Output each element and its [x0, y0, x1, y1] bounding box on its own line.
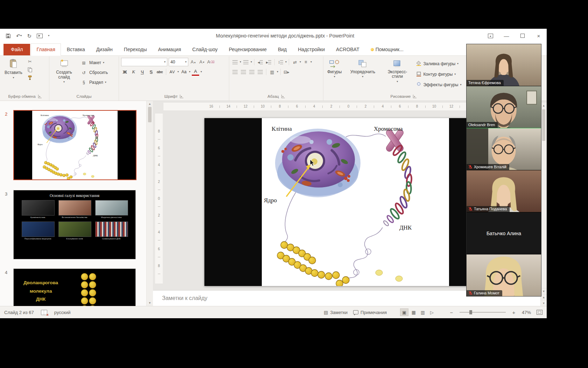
- slideshow-view-button[interactable]: ▷: [428, 309, 436, 316]
- save-icon[interactable]: [6, 33, 11, 39]
- tab-рецензирование[interactable]: Рецензирование: [224, 44, 272, 55]
- zoom-slider-thumb[interactable]: [469, 310, 472, 314]
- language-indicator[interactable]: русский: [54, 310, 71, 315]
- slide-thumbnail-2[interactable]: Клітина Хромосома Ядро ДНК: [13, 110, 136, 180]
- previous-slide-button[interactable]: ▲: [541, 294, 547, 300]
- clear-formatting-button[interactable]: A⌫: [207, 59, 215, 66]
- increase-font-button[interactable]: A▲: [190, 59, 197, 66]
- tab-вид[interactable]: Вид: [273, 44, 292, 55]
- slide-canvas[interactable]: Клітина Хромосома Ядро ДНК: [204, 118, 503, 286]
- font-color-button[interactable]: A: [192, 68, 199, 76]
- slide-sorter-view-button[interactable]: ▦: [410, 309, 418, 316]
- zoom-level[interactable]: 47%: [522, 310, 531, 315]
- font-name-combo[interactable]: ▾: [121, 58, 167, 66]
- participant-tile[interactable]: Oleksandr Bren: [467, 86, 541, 128]
- participant-tile[interactable]: Татьяна Поданева: [467, 170, 541, 212]
- ribbon-display-options-icon[interactable]: ▴: [482, 29, 498, 43]
- shape-outline-button[interactable]: Контур фигуры▾: [415, 69, 463, 79]
- next-slide-button[interactable]: ▼: [541, 300, 547, 306]
- section-button[interactable]: § Раздел▾: [79, 78, 109, 87]
- tab-слайд-шоу[interactable]: Слайд-шоу: [187, 44, 223, 55]
- tab-acrobat[interactable]: ACROBAT: [331, 44, 365, 55]
- arrange-button[interactable]: Упорядочить ▾: [345, 58, 380, 79]
- new-slide-button[interactable]: Создать слайд ▾: [51, 58, 77, 84]
- reading-view-button[interactable]: ▥: [419, 309, 427, 316]
- scroll-down-icon[interactable]: ▼: [147, 300, 153, 306]
- paste-button[interactable]: Вставить ▾: [3, 58, 24, 80]
- tab-дизайн[interactable]: Дизайн: [91, 44, 118, 55]
- tab-помощник-[interactable]: Помощник...: [365, 44, 409, 55]
- tab-файл[interactable]: Файл: [4, 44, 30, 55]
- drawing-dialog-launcher[interactable]: [413, 95, 416, 98]
- redo-icon[interactable]: ↻: [27, 33, 32, 39]
- font-dialog-launcher[interactable]: [180, 95, 183, 98]
- maximize-button[interactable]: [514, 29, 531, 43]
- normal-view-button[interactable]: ▣: [400, 308, 408, 316]
- close-button[interactable]: ×: [531, 29, 547, 43]
- participant-tile[interactable]: Батычко Алина: [467, 212, 541, 254]
- tab-анимация[interactable]: Анимация: [153, 44, 187, 55]
- tab-главная[interactable]: Главная: [31, 43, 61, 56]
- zoom-slider[interactable]: [460, 312, 506, 313]
- participant-tile[interactable]: Галина Момот: [467, 254, 541, 296]
- bold-button[interactable]: Ж: [121, 68, 128, 76]
- strikethrough-button[interactable]: abc: [156, 68, 163, 76]
- italic-button[interactable]: К: [130, 68, 137, 76]
- shape-effects-button[interactable]: Эффекты фигуры▾: [415, 80, 463, 90]
- slide-thumbnail-3[interactable]: Основні галузі використанняКриміналістик…: [13, 190, 136, 259]
- cut-button[interactable]: ✂: [26, 58, 34, 65]
- line-spacing-button[interactable]: ↕: [277, 59, 284, 66]
- tab-переходы[interactable]: Переходы: [119, 44, 152, 55]
- tab-вставка[interactable]: Вставка: [62, 44, 90, 55]
- scrollbar-thumb[interactable]: [148, 107, 152, 122]
- scroll-up-icon[interactable]: ▲: [541, 103, 547, 109]
- scrollbar-thumb[interactable]: [542, 109, 545, 141]
- quick-styles-button[interactable]: Экспресс-стили ▾: [382, 58, 413, 84]
- slide-number: 2: [5, 111, 7, 117]
- scroll-up-icon[interactable]: ▲: [147, 101, 153, 107]
- spellcheck-icon[interactable]: [41, 310, 47, 315]
- slide-thumbnail-4[interactable]: ДволанцюговамолекулаДНК: [13, 268, 136, 306]
- clipboard-dialog-launcher[interactable]: [38, 95, 42, 98]
- align-left-button[interactable]: [231, 68, 239, 76]
- shape-fill-button[interactable]: Заливка фигуры▾: [415, 59, 463, 69]
- start-slideshow-icon[interactable]: [37, 34, 43, 38]
- customize-toolbar-icon[interactable]: ▾: [48, 34, 49, 37]
- character-spacing-button[interactable]: AV: [169, 68, 176, 76]
- participant-tile[interactable]: Хромишев Віталій: [467, 128, 541, 170]
- font-size-combo[interactable]: 40▾: [169, 58, 188, 66]
- zoom-in-button[interactable]: +: [511, 309, 516, 315]
- decrease-indent-button[interactable]: ◂: [257, 59, 264, 66]
- decrease-font-button[interactable]: A▼: [198, 59, 206, 66]
- format-painter-button[interactable]: [26, 74, 34, 81]
- underline-button[interactable]: Ч: [139, 68, 146, 76]
- scroll-down-icon[interactable]: ▼: [541, 288, 547, 294]
- shapes-button[interactable]: Фигуры ▾: [326, 58, 343, 79]
- fit-slide-to-window-button[interactable]: [537, 310, 542, 315]
- notes-toggle-button[interactable]: ▤ Заметки: [324, 310, 348, 315]
- align-right-button[interactable]: [248, 68, 255, 76]
- copy-button[interactable]: [26, 66, 34, 73]
- text-shadow-button[interactable]: S: [147, 68, 155, 76]
- thumbnails-scrollbar[interactable]: ▲ ▼: [146, 101, 153, 306]
- bullets-button[interactable]: [231, 59, 239, 66]
- minimize-button[interactable]: —: [498, 29, 514, 43]
- columns-button[interactable]: ▥: [268, 68, 276, 76]
- layout-button[interactable]: ⊞ Макет▾: [79, 59, 109, 67]
- change-case-button[interactable]: Aa: [180, 68, 188, 76]
- text-direction-button[interactable]: ⇄: [291, 59, 299, 66]
- comments-toggle-button[interactable]: Примечания: [353, 310, 387, 315]
- slide-indicator[interactable]: Слайд 2 из 67: [4, 310, 34, 315]
- align-center-button[interactable]: [240, 68, 247, 76]
- align-text-button[interactable]: ≡: [302, 59, 309, 66]
- numbering-button[interactable]: [242, 59, 250, 66]
- zoom-out-button[interactable]: −: [449, 309, 454, 315]
- reset-button[interactable]: ↺ Сбросить: [79, 68, 109, 77]
- undo-icon[interactable]: ↶▾: [16, 33, 22, 39]
- participant-tile[interactable]: Тетяна Єфремова: [467, 44, 541, 86]
- justify-button[interactable]: [257, 68, 264, 76]
- convert-to-smartart-button[interactable]: ⊟▸: [283, 68, 290, 76]
- tab-надстройки[interactable]: Надстройки: [293, 44, 330, 55]
- increase-indent-button[interactable]: ▸: [265, 59, 272, 66]
- paragraph-dialog-launcher[interactable]: [281, 95, 285, 98]
